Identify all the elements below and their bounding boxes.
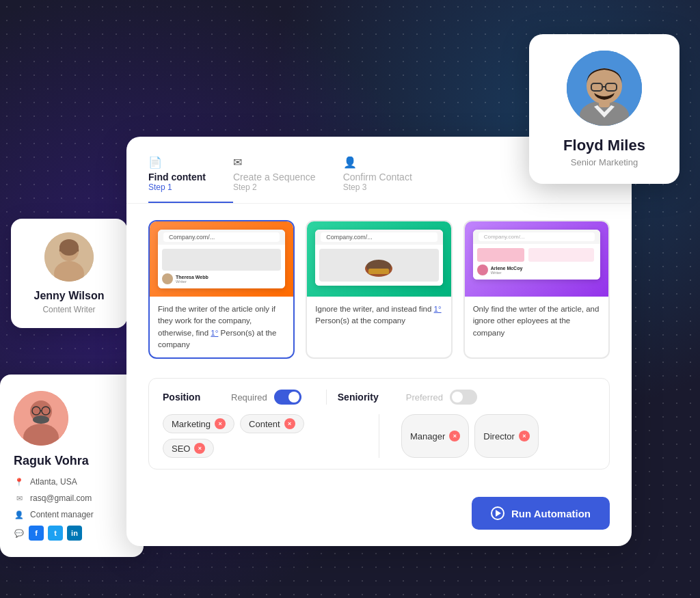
play-icon bbox=[491, 506, 504, 520]
card-preview-3: Company.com/... Arlene McCoy bbox=[465, 221, 608, 297]
browser-url-1: Company.com/... bbox=[163, 232, 280, 242]
person-icon: 👤 bbox=[14, 509, 25, 520]
seniority-toggle[interactable] bbox=[450, 390, 477, 405]
position-tags: Marketing × Content × SEO × bbox=[163, 414, 357, 458]
remove-content-btn[interactable]: × bbox=[284, 418, 295, 429]
option-card-3[interactable]: Company.com/... Arlene McCoy bbox=[463, 220, 610, 359]
remove-manager-btn[interactable]: × bbox=[449, 431, 460, 441]
card-desc-3: Only find the wrter of the article, and … bbox=[465, 297, 608, 346]
svg-point-7 bbox=[33, 416, 49, 424]
browser-person-1: Theresa Webb Writer bbox=[162, 273, 281, 284]
raguk-email: rasq@gmail.com bbox=[30, 493, 92, 503]
remove-seo-btn[interactable]: × bbox=[194, 443, 205, 454]
filter-divider bbox=[326, 390, 327, 405]
run-btn-wrapper: Run Automation bbox=[126, 486, 632, 546]
browser-content-3: Arlene McCoy Writer bbox=[473, 244, 600, 280]
jenny-name: Jenny Wilson bbox=[34, 290, 105, 302]
remove-director-btn[interactable]: × bbox=[519, 431, 530, 441]
step3-label: Confirm Contact bbox=[343, 172, 412, 182]
step1-label: Find content bbox=[148, 172, 206, 182]
browser-person-info-3: Arlene McCoy Writer bbox=[491, 266, 523, 275]
email-icon: ✉ bbox=[14, 493, 25, 504]
browser-url-3: Company.com/... bbox=[479, 232, 595, 241]
card-preview-1: Company.com/... Theresa Webb Writer bbox=[150, 221, 293, 297]
floyd-name: Floyd Miles bbox=[563, 137, 645, 154]
raguk-location: Atlanta, USA bbox=[30, 477, 77, 487]
filter-row-header: Position Required Seniority Preferred bbox=[163, 390, 595, 405]
browser-person-role-1: Writer bbox=[176, 280, 208, 284]
option-cards: Company.com/... Theresa Webb Writer bbox=[148, 220, 610, 359]
browser-pink-blocks bbox=[477, 248, 596, 262]
jenny-role: Content Writer bbox=[42, 305, 95, 314]
seniority-tags: Manager × Director × bbox=[401, 414, 595, 458]
social-links: 💬 f t in bbox=[14, 526, 130, 541]
document-icon: 📄 bbox=[148, 156, 162, 169]
browser-person-name-1: Theresa Webb bbox=[176, 275, 208, 280]
raguk-role-row: 👤 Content manager bbox=[14, 509, 130, 520]
twitter-icon[interactable]: t bbox=[48, 526, 63, 541]
browser-url-2: Company.com/... bbox=[321, 232, 437, 242]
tag-director: Director × bbox=[474, 414, 539, 458]
tag-content-label: Content bbox=[249, 419, 280, 429]
play-triangle bbox=[496, 510, 501, 517]
tag-director-label: Director bbox=[483, 431, 515, 441]
jenny-avatar bbox=[44, 232, 94, 282]
option-card-2[interactable]: Company.com/... bbox=[306, 220, 452, 359]
card-desc-text-2: Ignore the writer, and instead find bbox=[315, 305, 431, 313]
step2-sub: Step 2 bbox=[233, 182, 257, 192]
browser-avatar-1 bbox=[162, 273, 173, 284]
browser-bar-1: Company.com/... bbox=[158, 230, 285, 245]
browser-bar-2: Company.com/... bbox=[315, 230, 442, 245]
step-find-content[interactable]: 📄 Find content Step 1 bbox=[148, 156, 233, 203]
browser-mock-1: Company.com/... Theresa Webb Writer bbox=[158, 230, 285, 288]
card-desc-2: Ignore the writer, and instead find 1° P… bbox=[307, 297, 450, 334]
tag-marketing: Marketing × bbox=[163, 414, 234, 433]
browser-content-1: Theresa Webb Writer bbox=[158, 245, 285, 288]
browser-person-name-3: Arlene McCoy bbox=[491, 266, 523, 271]
floyd-role: Senior Marketing bbox=[571, 157, 638, 167]
jenny-wilson-card: Jenny Wilson Content Writer bbox=[11, 219, 127, 328]
raguk-location-row: 📍 Atlanta, USA bbox=[14, 476, 130, 487]
filter-tags-divider bbox=[379, 414, 379, 458]
browser-avatar-3 bbox=[477, 264, 488, 275]
card-desc-1: Find the writer of the article only if t… bbox=[150, 297, 293, 357]
card-desc-suffix-2: Person(s) at the company bbox=[315, 316, 405, 325]
location-icon: 📍 bbox=[14, 476, 25, 487]
card-count-1: 1° bbox=[211, 329, 218, 337]
tag-content: Content × bbox=[240, 414, 304, 433]
svg-rect-21 bbox=[368, 269, 389, 274]
option-card-1[interactable]: Company.com/... Theresa Webb Writer bbox=[148, 220, 295, 359]
step3-sub: Step 3 bbox=[343, 182, 367, 192]
tag-seo: SEO × bbox=[163, 439, 214, 458]
card-count-2: 1° bbox=[434, 305, 442, 313]
facebook-icon[interactable]: f bbox=[29, 526, 44, 541]
run-automation-button[interactable]: Run Automation bbox=[472, 497, 610, 530]
filter-tags-row: Marketing × Content × SEO × bbox=[163, 414, 595, 458]
linkedin-icon[interactable]: in bbox=[67, 526, 82, 541]
browser-bar-3: Company.com/... bbox=[473, 230, 600, 244]
chat-icon: 💬 bbox=[14, 528, 25, 539]
step2-label: Create a Sequence bbox=[233, 172, 316, 182]
tag-seo-label: SEO bbox=[172, 444, 190, 454]
step-create-sequence[interactable]: ✉ Create a Sequence Step 2 bbox=[233, 156, 343, 203]
required-label: Required bbox=[231, 392, 267, 403]
raguk-email-row: ✉ rasq@gmail.com bbox=[14, 493, 130, 504]
position-toggle[interactable] bbox=[274, 390, 301, 405]
email-icon: ✉ bbox=[233, 156, 242, 169]
browser-mock-2: Company.com/... bbox=[315, 230, 442, 286]
browser-content-2 bbox=[315, 245, 442, 286]
raguk-role: Content manager bbox=[30, 510, 94, 519]
tag-manager-label: Manager bbox=[410, 431, 445, 441]
filter-section: Position Required Seniority Preferred Ma… bbox=[148, 378, 610, 470]
tag-marketing-label: Marketing bbox=[172, 419, 211, 429]
remove-marketing-btn[interactable]: × bbox=[215, 418, 226, 429]
content-area: Company.com/... Theresa Webb Writer bbox=[126, 204, 632, 486]
person-icon: 👤 bbox=[343, 156, 357, 169]
card-preview-2: Company.com/... bbox=[307, 221, 450, 297]
browser-mock-3: Company.com/... Arlene McCoy bbox=[473, 230, 600, 280]
step-confirm-contact[interactable]: 👤 Confirm Contact Step 3 bbox=[343, 156, 440, 203]
main-panel: 📄 Find content Step 1 ✉ Create a Sequenc… bbox=[126, 137, 632, 546]
floyd-avatar bbox=[567, 51, 642, 126]
seniority-label: Seniority bbox=[338, 392, 406, 403]
raguk-avatar bbox=[14, 391, 68, 446]
